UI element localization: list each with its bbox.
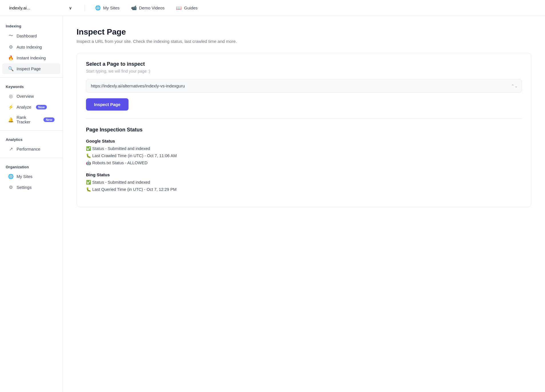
sidebar-item-inspect-page[interactable]: 🔍 Inspect Page	[2, 63, 60, 74]
guides-icon: 📖	[176, 5, 182, 11]
sidebar-divider-3	[0, 158, 63, 158]
sidebar-section-analytics: Analytics	[0, 134, 63, 143]
site-selector-chevron: ∨	[69, 5, 72, 11]
google-robots-line: 🤖 Robots.txt Status - ALLOWED	[86, 161, 522, 165]
sidebar-section-keywords: Keywords	[0, 81, 63, 91]
layout: Indexing 〜 Dashboard ⚙ Auto Indexing 🔥 I…	[0, 16, 545, 392]
sidebar-item-overview-label: Overview	[17, 94, 34, 99]
nav-my-sites-label: My Sites	[103, 5, 120, 10]
nav-guides[interactable]: 📖 Guides	[175, 3, 199, 13]
sidebar-item-settings[interactable]: ⚙ Settings	[2, 182, 60, 193]
inspect-page-button[interactable]: Inspect Page	[86, 98, 129, 111]
settings-icon: ⚙	[8, 185, 14, 190]
performance-icon: ↗	[8, 146, 14, 152]
analyze-badge: New	[36, 105, 47, 109]
google-status-title: Google Status	[86, 139, 522, 143]
sidebar-item-overview[interactable]: ◎ Overview	[2, 91, 60, 101]
dashboard-icon: 〜	[8, 33, 14, 39]
main-content: Inspect Page Inspect a URL from your sit…	[63, 16, 545, 392]
rank-tracker-icon: 🔔	[8, 117, 14, 123]
bing-status-title: Bing Status	[86, 172, 522, 177]
url-select-wrapper: https://indexly.ai/alternatives/indexly-…	[86, 79, 522, 93]
demo-videos-icon: 📹	[131, 5, 137, 11]
section-divider	[86, 119, 522, 119]
google-crawled-line: 🐛 Last Crawled Time (in UTC) - Oct 7, 11…	[86, 153, 522, 158]
nav-demo-videos-label: Demo Videos	[139, 5, 165, 10]
bing-status-group: Bing Status ✅ Status - Submitted and ind…	[86, 172, 522, 192]
sidebar-section-organization: Organization	[0, 161, 63, 171]
sidebar-item-performance[interactable]: ↗ Performance	[2, 144, 60, 154]
sidebar-item-auto-indexing[interactable]: ⚙ Auto Indexing	[2, 42, 60, 52]
sidebar-item-performance-label: Performance	[17, 147, 40, 151]
bing-queried-line: 🐛 Last Queried Time (in UTC) - Oct 7, 12…	[86, 187, 522, 192]
sidebar-divider-1	[0, 77, 63, 78]
sidebar-item-my-sites-label: My Sites	[17, 174, 33, 179]
url-select[interactable]: https://indexly.ai/alternatives/indexly-…	[86, 79, 522, 93]
select-section: Select a Page to inspect Start typing, w…	[86, 61, 522, 111]
sidebar-item-inspect-page-label: Inspect Page	[17, 67, 41, 71]
inspection-status-section: Page Inspection Status Google Status ✅ S…	[86, 127, 522, 192]
nav-demo-videos[interactable]: 📹 Demo Videos	[130, 3, 166, 13]
sidebar-item-settings-label: Settings	[17, 185, 31, 190]
bing-status-line: ✅ Status - Submitted and indexed	[86, 180, 522, 185]
site-selector[interactable]: indexly.ai... ∨	[9, 5, 72, 11]
sidebar-item-rank-tracker[interactable]: 🔔 Rank Tracker New	[2, 113, 60, 127]
nav-my-sites[interactable]: 🌐 My Sites	[94, 3, 121, 13]
google-status-group: Google Status ✅ Status - Submitted and i…	[86, 139, 522, 165]
sidebar-section-indexing: Indexing	[0, 21, 63, 30]
select-section-hint: Start typing, we will find your page :)	[86, 69, 522, 73]
overview-icon: ◎	[8, 93, 14, 99]
analyze-icon: ⚡	[8, 104, 14, 110]
nav-guides-label: Guides	[184, 5, 198, 10]
sidebar-item-dashboard-label: Dashboard	[17, 34, 37, 38]
sidebar-item-instant-indexing[interactable]: 🔥 Instant Indexing	[2, 53, 60, 63]
sidebar-item-analyze[interactable]: ⚡ Analyze New	[2, 102, 60, 112]
my-sites-org-icon: 🌐	[8, 174, 14, 179]
sidebar-item-auto-indexing-label: Auto Indexing	[17, 45, 42, 49]
sidebar-item-analyze-label: Analyze	[17, 105, 31, 109]
page-subtitle: Inspect a URL from your site. Check the …	[77, 39, 531, 44]
inspection-status-title: Page Inspection Status	[86, 127, 522, 133]
instant-indexing-icon: 🔥	[8, 55, 14, 61]
sidebar-divider-2	[0, 130, 63, 131]
page-title: Inspect Page	[77, 27, 531, 37]
sidebar-item-instant-indexing-label: Instant Indexing	[17, 56, 46, 60]
sidebar-item-dashboard[interactable]: 〜 Dashboard	[2, 30, 60, 41]
sidebar-item-my-sites[interactable]: 🌐 My Sites	[2, 171, 60, 182]
top-nav: indexly.ai... ∨ 🌐 My Sites 📹 Demo Videos…	[0, 0, 545, 16]
auto-indexing-icon: ⚙	[8, 44, 14, 50]
sidebar-item-rank-tracker-label: Rank Tracker	[17, 115, 39, 124]
sidebar: Indexing 〜 Dashboard ⚙ Auto Indexing 🔥 I…	[0, 16, 63, 392]
google-status-line: ✅ Status - Submitted and indexed	[86, 146, 522, 151]
rank-tracker-badge: New	[43, 117, 55, 122]
site-selector-label: indexly.ai...	[9, 5, 30, 10]
inspect-page-icon: 🔍	[8, 66, 14, 71]
main-card: Select a Page to inspect Start typing, w…	[77, 53, 531, 207]
my-sites-icon: 🌐	[95, 5, 101, 11]
select-section-title: Select a Page to inspect	[86, 61, 522, 67]
